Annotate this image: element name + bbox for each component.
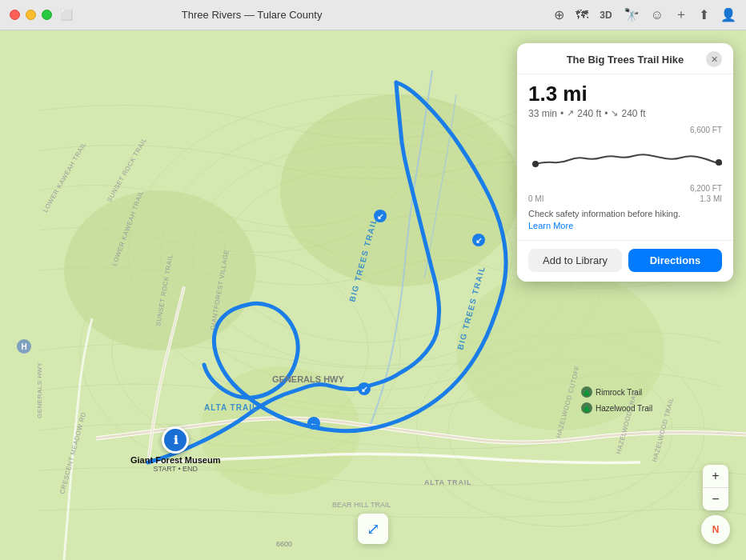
face-icon[interactable]: ☺ xyxy=(651,8,664,22)
panel-buttons: Add to Library Directions xyxy=(517,240,733,282)
threed-icon[interactable]: 3D xyxy=(600,10,612,21)
close-button[interactable] xyxy=(10,10,20,20)
route-icon-button[interactable]: ⤢ xyxy=(358,514,388,544)
svg-text:BEAR HILL TRAIL: BEAR HILL TRAIL xyxy=(332,501,391,509)
svg-point-48 xyxy=(716,159,722,166)
location-name: Giant Forest Museum xyxy=(130,455,220,465)
svg-text:🌲: 🌲 xyxy=(583,389,591,397)
add-to-library-button[interactable]: Add to Library xyxy=(528,249,622,272)
svg-text:H: H xyxy=(21,342,26,351)
svg-text:↙: ↙ xyxy=(361,385,367,394)
time-stat: 33 min xyxy=(528,108,557,119)
elevation-gain-stat: 240 ft xyxy=(577,108,601,119)
svg-text:ALTA TRAIL: ALTA TRAIL xyxy=(204,403,258,412)
maximize-button[interactable] xyxy=(42,10,52,20)
up-arrow-icon: ↗ xyxy=(567,108,574,118)
panel-close-button[interactable]: ✕ xyxy=(706,51,722,67)
route-icon-symbol: ⤢ xyxy=(367,519,380,538)
panel-header: The Big Trees Trail Hike ✕ xyxy=(517,43,733,74)
plus-icon[interactable]: ＋ xyxy=(675,6,688,23)
down-arrow-icon: ↘ xyxy=(611,108,618,118)
svg-text:🌲: 🌲 xyxy=(583,405,591,413)
safety-text: Check safety information before hiking. … xyxy=(528,208,722,233)
location-icon[interactable]: ⊕ xyxy=(554,7,564,22)
svg-text:←: ← xyxy=(310,419,318,428)
share-icon[interactable]: ⬆ xyxy=(699,7,709,22)
elevation-chart: 6,600 FT 6,200 FT xyxy=(528,126,722,203)
minimize-button[interactable] xyxy=(26,10,36,20)
elev-high-label: 6,600 FT xyxy=(528,126,722,134)
map-area: ↙ ↙ ↙ ← BIG TREES TRAIL BIG TREES TRAIL … xyxy=(0,30,746,560)
toolbar: ⊕ 🗺 3D 🔭 ☺ ＋ ⬆ 👤 xyxy=(554,6,736,23)
marker-icon: ℹ xyxy=(162,426,189,454)
svg-text:GENERALS HWY: GENERALS HWY xyxy=(36,362,43,418)
distance-label: 1.3 mi xyxy=(528,82,722,106)
axis-start: 0 MI xyxy=(528,194,543,203)
chart-axis: 0 MI 1.3 MI xyxy=(528,194,722,203)
svg-text:6600: 6600 xyxy=(276,540,292,548)
stats-row: 33 min • ↗ 240 ft • ↘ 240 ft xyxy=(528,108,722,119)
svg-point-47 xyxy=(532,161,539,167)
person-icon[interactable]: 👤 xyxy=(720,7,736,22)
axis-end: 1.3 MI xyxy=(700,194,722,203)
window-title: Three Rivers — Tulare County xyxy=(78,9,426,21)
elevation-loss-stat: 240 ft xyxy=(621,108,645,119)
start-end-label: START • END xyxy=(153,465,198,473)
zoom-in-button[interactable]: + xyxy=(703,465,728,487)
start-end-marker[interactable]: ℹ Giant Forest Museum START • END xyxy=(130,426,220,473)
panel-body: 1.3 mi 33 min • ↗ 240 ft • ↘ 240 ft 6,60… xyxy=(517,74,733,240)
map-controls: + − N xyxy=(701,465,730,544)
zoom-controls: + − xyxy=(703,465,728,510)
window-controls xyxy=(10,10,52,20)
elevation-chart-svg xyxy=(528,136,722,180)
svg-text:Hazelwood Trail: Hazelwood Trail xyxy=(596,404,652,413)
directions-button[interactable]: Directions xyxy=(628,249,722,272)
svg-text:ALTA TRAIL: ALTA TRAIL xyxy=(424,478,471,486)
map-icon[interactable]: 🗺 xyxy=(576,8,588,22)
elev-low-label: 6,200 FT xyxy=(528,184,722,193)
svg-text:↙: ↙ xyxy=(475,236,482,245)
svg-text:GENERALS HWY: GENERALS HWY xyxy=(272,374,345,384)
panel-title: The Big Trees Trail Hike xyxy=(544,54,706,66)
info-panel: The Big Trees Trail Hike ✕ 1.3 mi 33 min… xyxy=(517,43,733,282)
compass-button[interactable]: N xyxy=(701,515,730,544)
learn-more-link[interactable]: Learn More xyxy=(528,221,573,230)
compass-label: N xyxy=(712,524,720,535)
titlebar: ⬜ Three Rivers — Tulare County ⊕ 🗺 3D 🔭 … xyxy=(0,0,746,30)
window-icon: ⬜ xyxy=(60,9,73,21)
zoom-out-button[interactable]: − xyxy=(703,488,728,510)
binoculars-icon[interactable]: 🔭 xyxy=(624,7,640,22)
